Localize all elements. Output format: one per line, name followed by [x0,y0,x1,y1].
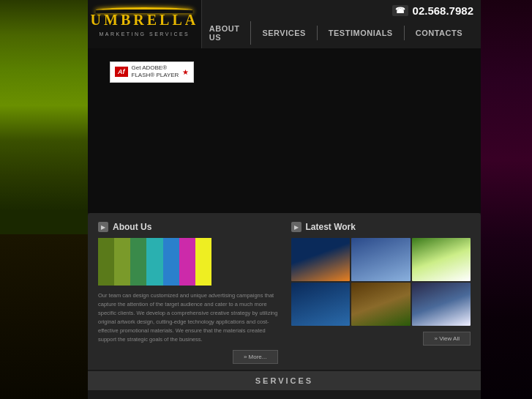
work-grid [291,238,471,326]
work-thumb-6[interactable] [412,283,471,326]
flash-line2: FLASH® PLAYER [132,72,179,78]
view-all-button-row: » View All [291,332,471,346]
work-thumb-3[interactable] [412,238,471,281]
flash-line1: Get ADOBE® [132,64,168,71]
nav-item-about-us[interactable]: ABOUT US [209,21,252,45]
logo-name: UMBRELLA [91,12,199,28]
logo-text: UMBRELLA [91,12,199,29]
latest-work-icon: ▶ [291,222,301,232]
color-bars [98,238,211,286]
view-all-button[interactable]: » View All [423,332,471,346]
color-bar-7 [195,238,211,286]
services-label: SERVICES [255,376,313,385]
color-bar-6 [179,238,195,286]
color-bar-5 [163,238,179,286]
nav-block: ☎ 02.568.7982 ABOUT US SERVICES TESTIMON… [202,0,481,48]
work-thumb-4[interactable] [291,283,351,326]
sidebar-green-area [0,0,88,234]
phone-icon: ☎ [392,5,408,16]
color-bar-4 [146,238,162,286]
phone-row: ☎ 02.568.7982 [202,0,481,18]
flash-star: ★ [182,68,189,76]
color-bar-2 [114,238,130,286]
work-thumb-1[interactable] [291,238,351,281]
about-us-title: About Us [113,222,151,232]
more-button-row: » More... [98,350,278,364]
flash-icon: Af [115,67,128,77]
page: UMBRELLA MARKETING SERVICES ☎ 02.568.798… [0,0,532,399]
color-bar-1 [98,238,114,286]
latest-work-title: Latest Work [306,222,356,232]
work-thumb-2[interactable] [351,238,411,281]
about-us-column: ▶ About Us Our team can design customize… [98,222,278,364]
nav-item-contacts[interactable]: CONTACTS [405,26,473,40]
lower-section: ▶ About Us Our team can design customize… [88,213,481,370]
flash-notice[interactable]: Af Get ADOBE® FLASH® PLAYER ★ [110,61,194,83]
latest-work-header: ▶ Latest Work [291,222,471,232]
work-thumb-5[interactable] [351,283,411,326]
color-bar-3 [130,238,146,286]
flash-label: Get ADOBE® FLASH® PLAYER [132,64,179,80]
hero-area: Af Get ADOBE® FLASH® PLAYER ★ [88,48,481,213]
services-footer: SERVICES [88,371,481,390]
header: UMBRELLA MARKETING SERVICES ☎ 02.568.798… [88,0,481,48]
logo-block: UMBRELLA MARKETING SERVICES [88,0,202,48]
nav-item-testimonials[interactable]: TESTIMONIALS [318,26,405,40]
phone-number: 02.568.7982 [413,4,473,17]
latest-work-column: ▶ Latest Work » View All [291,222,471,364]
logo-subtitle: MARKETING SERVICES [99,31,190,37]
nav-items: ABOUT US SERVICES TESTIMONIALS CONTACTS [202,18,481,48]
about-description: Our team can design customized and uniqu… [98,291,278,344]
phone-display: ☎ 02.568.7982 [392,4,473,17]
two-column-layout: ▶ About Us Our team can design customize… [98,222,471,364]
nav-item-services[interactable]: SERVICES [251,26,317,40]
right-sidebar [481,0,532,399]
logo-arc [96,7,193,13]
more-button[interactable]: » More... [233,350,278,364]
left-sidebar [0,0,88,399]
content-area: UMBRELLA MARKETING SERVICES ☎ 02.568.798… [88,0,481,399]
about-us-header: ▶ About Us [98,222,278,232]
about-us-icon: ▶ [98,222,108,232]
sidebar-dark-area [0,234,88,399]
